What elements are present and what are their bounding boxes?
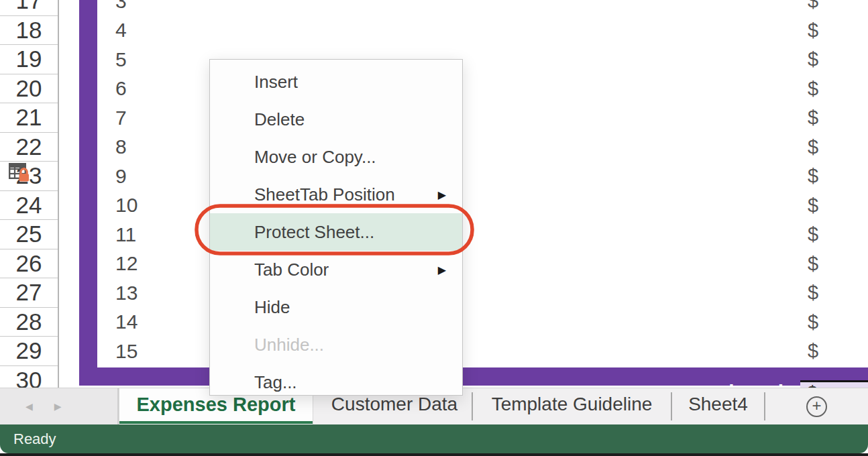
menu-item[interactable]: SheetTab Position ▶	[210, 176, 462, 213]
cell-value[interactable]: 4	[97, 16, 191, 46]
cell-currency[interactable]: $	[808, 220, 818, 249]
menu-item-label: Tag...	[254, 372, 446, 393]
subtotal-row[interactable]: Subtotal	[79, 367, 868, 386]
menu-item[interactable]: Delete	[210, 101, 462, 138]
cell-currency[interactable]: $	[808, 162, 818, 191]
cell-value[interactable]: 5	[97, 45, 191, 74]
cell-value[interactable]: 9	[97, 162, 191, 191]
cell-currency[interactable]: $	[808, 191, 818, 221]
row-header[interactable]: 28	[0, 308, 58, 337]
cell-value[interactable]: 7	[97, 103, 191, 133]
cell-value[interactable]: 3	[97, 0, 191, 16]
active-tab-label: Expenses Report	[137, 394, 296, 416]
cell-currency[interactable]: $	[808, 0, 818, 16]
subtotal-total-cell[interactable]: $	[800, 380, 868, 388]
sheet-tab[interactable]: Sheet4	[672, 388, 764, 424]
subtotal-label: Subtotal	[703, 381, 783, 386]
excel-window: 17 18 19 20 21 22 23 24 25 26 27 28 29 3…	[0, 0, 868, 456]
menu-item-label: Unhide...	[254, 335, 446, 355]
menu-item[interactable]: Move or Copy...	[210, 138, 462, 176]
cell-currency[interactable]: $	[808, 16, 818, 46]
menu-item[interactable]: Insert	[210, 63, 462, 101]
menu-item[interactable]: Unhide...	[210, 326, 462, 363]
menu-item-label: Protect Sheet...	[254, 222, 446, 243]
cell-currency[interactable]: $	[808, 249, 818, 279]
row-header[interactable]: 27	[0, 278, 58, 308]
menu-item-label: Tab Color	[254, 260, 438, 280]
row-header[interactable]: 18	[0, 16, 58, 46]
cell-value[interactable]: 14	[97, 308, 191, 337]
add-sheet-button[interactable]: +	[765, 388, 868, 424]
subtotal-currency: $	[807, 382, 818, 388]
menu-item-label: Hide	[254, 297, 446, 318]
cell-value[interactable]: 8	[97, 133, 191, 162]
status-text: Ready	[13, 431, 56, 448]
cell-currency[interactable]: $	[808, 337, 818, 366]
cell-currency[interactable]: $	[808, 74, 818, 104]
row-header-column: 17 18 19 20 21 22 23 24 25 26 27 28 29 3…	[0, 0, 59, 395]
cell-currency[interactable]: $	[808, 133, 818, 162]
cell-value[interactable]: 15	[97, 337, 191, 366]
cell-currency[interactable]: $	[808, 308, 818, 337]
sheet-tab-context-menu: Insert Delete Move or Copy... SheetTab P…	[209, 59, 463, 396]
row-header[interactable]: 26	[0, 249, 58, 279]
table-accent-border-vertical	[79, 0, 97, 386]
menu-item[interactable]: Hide	[210, 288, 462, 326]
row-header[interactable]: 22	[0, 133, 58, 162]
cell-value[interactable]: 10	[97, 191, 191, 221]
cell-currency[interactable]: $	[808, 103, 818, 133]
row-header[interactable]: 17	[0, 0, 58, 16]
row-header[interactable]: 25	[0, 220, 58, 249]
menu-item-label: Delete	[254, 109, 446, 130]
window-bottom-edge	[0, 453, 868, 456]
submenu-arrow-icon: ▶	[438, 264, 446, 276]
row-header[interactable]: 29	[0, 337, 58, 366]
tab-scroll-controls: ◀ ▶	[0, 388, 119, 424]
active-tab-indicator	[119, 421, 313, 424]
currency-column: $ $ $ $ $ $ $ $ $ $ $ $ $	[808, 0, 818, 395]
cell-value[interactable]: 11	[97, 220, 191, 249]
menu-item-label: Move or Copy...	[254, 147, 446, 168]
menu-item[interactable]: Tag...	[210, 363, 462, 396]
scroll-tabs-right-icon[interactable]: ▶	[54, 401, 62, 412]
menu-item-label: SheetTab Position	[254, 184, 438, 205]
scroll-tabs-left-icon[interactable]: ◀	[25, 401, 33, 412]
row-header[interactable]: 24	[0, 191, 58, 221]
cell-value[interactable]: 6	[97, 74, 191, 104]
row-header[interactable]: 19	[0, 45, 58, 74]
number-column: 3 4 5 6 7 8 9 10 11 12 13 14 15	[97, 0, 191, 395]
menu-item[interactable]: Tab Color ▶	[210, 251, 462, 288]
add-sheet-icon: +	[806, 396, 827, 417]
cell-currency[interactable]: $	[808, 45, 818, 74]
protect-sheet-icon	[7, 161, 32, 185]
menu-item[interactable]: Protect Sheet...	[210, 213, 462, 251]
submenu-arrow-icon: ▶	[438, 188, 446, 201]
cell-value[interactable]: 13	[97, 278, 191, 308]
row-header[interactable]: 20	[0, 74, 58, 104]
sheet-tab[interactable]: Template Guideline	[473, 388, 671, 424]
menu-item-label: Insert	[254, 72, 446, 93]
cell-value[interactable]: 12	[97, 249, 191, 279]
cell-currency[interactable]: $	[808, 278, 818, 308]
row-header[interactable]: 21	[0, 103, 58, 133]
status-bar: Ready	[0, 424, 868, 453]
